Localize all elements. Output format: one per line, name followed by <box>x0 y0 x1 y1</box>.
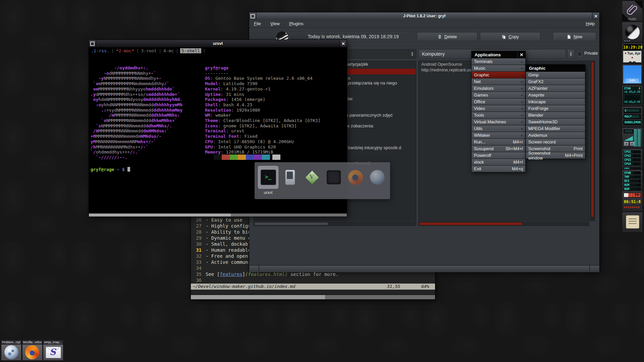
menu-item-poweroff[interactable]: Poweroff <box>471 152 526 159</box>
dock-notes-app[interactable] <box>622 212 643 233</box>
memo-list-hscrollbar[interactable] <box>254 222 416 226</box>
minimized-window-firefox[interactable]: Mozilla...refox <box>22 340 43 361</box>
menubar-item-view[interactable]: View <box>270 21 280 26</box>
menu-item-tools[interactable]: Tools▸ <box>471 112 526 119</box>
terminal-titlebar[interactable]: urxvt ✕ <box>89 40 347 48</box>
menu-item-avidemux[interactable]: Avidemux <box>526 132 585 139</box>
menu-item-terminals[interactable]: Terminals▸ <box>471 58 526 65</box>
category-spinner[interactable]: ▲▼ <box>567 49 575 59</box>
menu-item-grafx2[interactable]: GraFX2 <box>526 78 585 85</box>
menubar-item-plugins[interactable]: Plugins <box>289 21 304 26</box>
terminal-resizebar[interactable] <box>89 213 347 217</box>
prompt-user: gryf@rage <box>91 167 114 172</box>
delete-button[interactable]: Delete <box>417 32 477 41</box>
jpilot-menubar: FileViewPlugins Help <box>249 20 599 28</box>
dock-mixer[interactable]: 8488 ◂ ▸ <box>622 127 643 148</box>
dock-power-monitor[interactable]: EPWR2300TMP8°CDEV0HUM65NUM1 <box>622 170 643 190</box>
terminal-tab-4-mc[interactable]: 4-mc <box>163 48 174 53</box>
menu-item-exit[interactable]: ExitM4+q <box>471 166 526 172</box>
switcher-app-pda[interactable] <box>280 166 300 189</box>
menu-item-susupend[interactable]: SusupendSh+M4+l <box>471 145 526 152</box>
volume-level-bars[interactable] <box>634 129 641 146</box>
terminal-tab-5-shell[interactable]: 5-shell <box>180 48 201 53</box>
dock-bubblemon[interactable]: X8888888MOCP8888BUBBLEMON <box>622 106 643 127</box>
menu-title[interactable]: Applications✕ <box>471 51 526 58</box>
menu-item-office[interactable]: Office▸ <box>471 99 526 105</box>
minimized-window-mail[interactable]: vimja_imap... <box>43 340 63 361</box>
switcher-app-globe[interactable] <box>367 166 387 189</box>
switcher-app-vim[interactable] <box>302 166 322 189</box>
volume-wedge-icon[interactable] <box>624 136 633 141</box>
menu-close-button[interactable]: ✕ <box>518 51 525 58</box>
dock-clip-workspace[interactable]: main <box>622 1 643 21</box>
memo-list-row[interactable]: a panoramicznych zdjęć <box>346 113 392 118</box>
menu-item-run[interactable]: Run...M4+r <box>471 139 526 145</box>
menu-item-virtual-machines[interactable]: Virtual Machines▸ <box>471 119 526 125</box>
dock-monitor-blue[interactable]: 04% <box>622 64 643 85</box>
terminal-tab-2-moc[interactable]: *2-moc* <box>116 48 135 53</box>
dock-network-monitor[interactable]: ETH00 ▼0.00▲0.00 ▼0.00▲0.00 <box>622 85 643 106</box>
menu-item-inkscape[interactable]: Inkscape <box>526 99 585 105</box>
editor-resizebar[interactable] <box>191 295 435 299</box>
shell-prompt[interactable]: gryf@rage ~ $ <box>91 167 130 172</box>
menu-item-wmaker[interactable]: WMaker▸ <box>471 132 526 139</box>
menu-item-gimp[interactable]: Gimp <box>526 72 585 78</box>
menu-item-blender[interactable]: Blender <box>526 112 585 119</box>
copy-button[interactable]: Copy <box>480 32 540 41</box>
menu-item-sweethome3d[interactable]: SweetHome3D <box>526 119 585 125</box>
terminal-tab-1-rss[interactable]: .1-rss. <box>91 48 110 53</box>
memo-list-row[interactable]: partycja/plik <box>345 62 368 67</box>
menu-item-utils[interactable]: Utils▸ <box>471 125 526 132</box>
editor-file-path: ~/Devel/window-maker.github.io/index.md <box>193 284 295 289</box>
miniaturize-button[interactable] <box>89 40 96 47</box>
vscrollbar-thumb[interactable] <box>591 62 594 217</box>
menu-item-screenshot-window[interactable]: Screenshot windowM4+Print <box>526 152 585 159</box>
menu-item-screen-record[interactable]: Screen record <box>526 139 585 145</box>
battery-bar: 90% <box>624 193 641 197</box>
menu-item-video[interactable]: Video▸ <box>471 105 526 112</box>
close-button[interactable]: ✕ <box>339 40 347 47</box>
dock-launcher-ball[interactable]: ... <box>622 22 643 43</box>
private-checkbox[interactable] <box>577 52 582 56</box>
menubar-item-file[interactable]: File <box>254 21 261 26</box>
minimized-window-globe[interactable]: Problem...ctyl <box>1 340 21 361</box>
menu-item-emulators[interactable]: Emulators▸ <box>471 85 526 92</box>
memo-list-row[interactable]: ów: <box>346 96 353 101</box>
menu-item-xlock[interactable]: xlockM4+l <box>471 159 526 166</box>
jpilot-titlebar[interactable]: J-Pilot 1.8.2 User: gryf ✕ <box>249 12 599 20</box>
color-swatch <box>246 155 254 160</box>
mixer-prev-button[interactable]: ◂ <box>624 141 629 146</box>
memo-text-vscrollbar[interactable] <box>590 61 595 221</box>
jpilot-resizebar[interactable] <box>249 265 599 272</box>
hscrollbar-thumb[interactable] <box>255 222 328 225</box>
memo-list-row[interactable]: e zobaczenia: <box>347 123 374 128</box>
hscrollbar-thumb[interactable] <box>419 222 522 225</box>
switcher-app-urxvt[interactable]: >_ <box>258 166 278 189</box>
menu-item-graphic[interactable]: Graphic▸ <box>471 72 526 78</box>
editor-line-36[interactable]: 36 <box>191 277 435 283</box>
dock-calclock[interactable]: 18:29:20 Tue, Apr 09 <box>622 43 643 64</box>
menu-title[interactable]: Graphic <box>526 64 585 72</box>
switcher-app-dark[interactable] <box>323 166 344 189</box>
dock-battery-monitor[interactable]: 90% 06:51:8 <box>622 191 643 212</box>
combo-spinner-icon[interactable]: ▲▼ <box>408 50 416 58</box>
menu-item-azpainter[interactable]: AZPainter <box>526 85 585 92</box>
menu-item-net[interactable]: Net▸ <box>471 78 526 85</box>
miniaturize-button[interactable] <box>249 12 257 20</box>
menu-item-games[interactable]: Games▸ <box>471 92 526 99</box>
menu-item-music[interactable]: Music▸ <box>471 65 526 72</box>
menu-item-mpeg4-modifier[interactable]: MPEG4 Modifier <box>526 125 585 132</box>
menu-item-aseprite[interactable]: Aseprite <box>526 92 585 99</box>
memo-list-row[interactable]: przełączania się na niego <box>348 80 397 85</box>
memo-text-hscrollbar[interactable] <box>418 222 589 226</box>
memo-list-row[interactable]: bardziej intuicyjny sposób d <box>348 145 401 150</box>
new-button[interactable]: New <box>553 32 596 41</box>
clock-time: 18:29:20 <box>623 44 641 50</box>
memo-list-row[interactable]: n <box>348 76 350 81</box>
dock-temperature-monitor[interactable]: CPU143°CCPU243°CCPU344°CCPU440°CGPU38°C <box>622 148 643 169</box>
close-button[interactable]: ✕ <box>592 12 599 20</box>
switcher-app-firefox[interactable] <box>345 166 366 189</box>
menu-item-fontforge[interactable]: FontForge <box>526 105 585 112</box>
terminal-tab-3-root[interactable]: 3-root <box>141 48 157 53</box>
menubar-item-help[interactable]: Help <box>586 21 595 26</box>
